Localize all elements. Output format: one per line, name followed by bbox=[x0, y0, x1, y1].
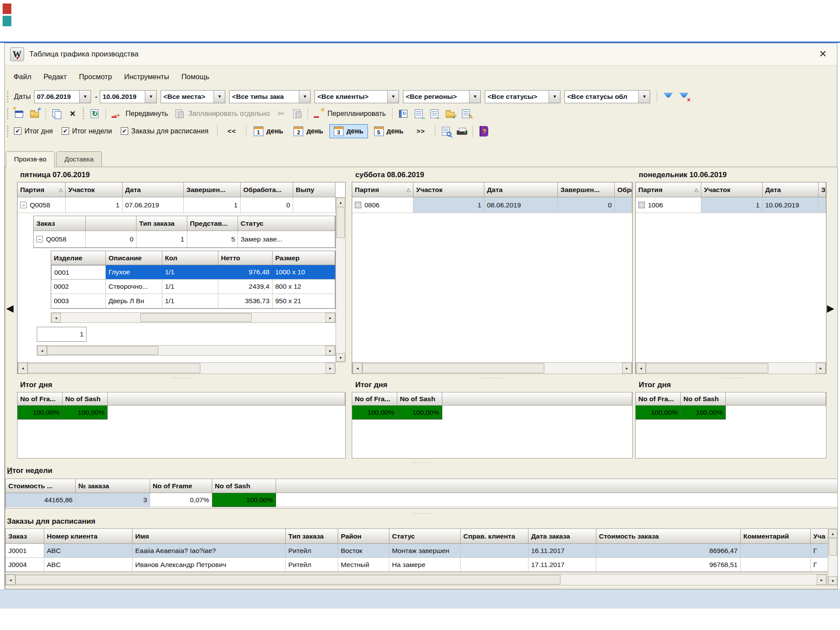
scroll-left-button[interactable]: ◂ bbox=[18, 363, 28, 374]
chevron-down-icon[interactable] bbox=[79, 91, 91, 103]
scroll-right-button[interactable]: ▸ bbox=[326, 313, 335, 322]
col-header-district[interactable]: Район bbox=[338, 529, 389, 543]
items-h-scrollbar[interactable]: ◂ ▸ bbox=[51, 312, 336, 323]
toolbar-grip[interactable] bbox=[83, 108, 84, 119]
splitter-handle[interactable]: ········ bbox=[412, 510, 433, 516]
chevron-down-icon[interactable] bbox=[549, 91, 560, 103]
col-header-sashes[interactable]: No of Sash bbox=[681, 392, 726, 405]
col-header-size[interactable]: Размер bbox=[273, 251, 335, 265]
week-total-checkbox-label[interactable]: Итог недели bbox=[72, 127, 112, 135]
col-header-comment[interactable]: Комментарий bbox=[741, 529, 811, 543]
copy-icon[interactable] bbox=[51, 108, 63, 119]
col-header-order-cost[interactable]: Стоимость заказа bbox=[596, 529, 741, 543]
col-header-order-type[interactable]: Тип заказа bbox=[286, 529, 338, 543]
view-2-day-button[interactable]: 2день bbox=[289, 124, 328, 138]
col-header-blank[interactable] bbox=[86, 216, 136, 231]
scroll-right-button[interactable]: ▸ bbox=[326, 346, 335, 355]
col-header-order-date[interactable]: Дата заказа bbox=[528, 529, 596, 543]
col-header-site[interactable]: Участок bbox=[413, 182, 484, 197]
col-header-batch[interactable]: Партия△ bbox=[18, 182, 66, 197]
edit-table-icon[interactable]: ✓ bbox=[445, 108, 456, 119]
col-header-net[interactable]: Нетто bbox=[218, 251, 273, 265]
splitter-handle[interactable]: ········ bbox=[412, 459, 433, 466]
col-header-order[interactable]: Заказ bbox=[34, 216, 86, 231]
statuses-filter-combo[interactable]: <Все статусы> bbox=[485, 90, 560, 103]
col-header-done[interactable]: З bbox=[819, 182, 826, 197]
col-header-output[interactable]: Выпу bbox=[293, 182, 336, 197]
chevron-down-icon[interactable] bbox=[299, 91, 310, 103]
order-types-filter-combo[interactable]: <Все типы зака bbox=[229, 90, 311, 103]
scroll-right-button[interactable]: ▸ bbox=[326, 363, 335, 374]
col-header-sashes[interactable]: No of Sash bbox=[63, 392, 108, 405]
scroll-down-button[interactable]: ▾ bbox=[336, 353, 345, 362]
col-header-done[interactable]: Завершен... bbox=[558, 182, 615, 197]
scroll-left-button[interactable]: ◂ bbox=[6, 574, 15, 585]
toolbar-grip[interactable] bbox=[7, 108, 9, 119]
close-button[interactable]: × bbox=[816, 47, 830, 61]
scrollbar-thumb[interactable] bbox=[15, 575, 560, 584]
scroll-right-button[interactable]: ▸ bbox=[817, 574, 826, 585]
view-1-day-button[interactable]: 1день bbox=[249, 124, 288, 138]
col-header-site[interactable]: Участок bbox=[66, 182, 122, 197]
replan-icon[interactable]: ✳ bbox=[313, 108, 325, 119]
orders-checkbox[interactable] bbox=[121, 127, 128, 135]
scrollbar-thumb[interactable] bbox=[336, 207, 345, 238]
order-row[interactable]: −Q0058 0 1 5 Замер заве... bbox=[34, 231, 335, 248]
import-icon[interactable]: ← bbox=[429, 108, 441, 119]
chevron-down-icon[interactable] bbox=[638, 91, 650, 103]
chevron-down-icon[interactable] bbox=[214, 91, 225, 103]
properties-icon[interactable]: ✎ bbox=[461, 108, 472, 119]
item-row[interactable]: 0002 Створочно... 1/1 2439,4 800 x 12 bbox=[51, 280, 335, 294]
scrollbar-thumb[interactable] bbox=[140, 313, 252, 322]
tab-production[interactable]: Произв-во bbox=[6, 151, 55, 168]
scroll-left-button[interactable]: ◂ bbox=[37, 346, 47, 355]
col-header-frames[interactable]: No of Frame bbox=[150, 479, 212, 493]
move-icon[interactable]: → bbox=[111, 108, 122, 119]
apply-filter-icon[interactable] bbox=[662, 91, 674, 102]
scrollbar-thumb[interactable] bbox=[829, 538, 837, 556]
orders-checkbox-label[interactable]: Заказы для расписания bbox=[131, 127, 208, 135]
next-period-button[interactable]: >> bbox=[412, 126, 430, 136]
regions-filter-combo[interactable]: <Все регионы> bbox=[403, 90, 481, 103]
col-header-client-number[interactable]: Номер клиента bbox=[44, 529, 133, 543]
item-row-selected[interactable]: 0001 Глухое 1/1 976,48 1000 x 10 bbox=[51, 265, 335, 280]
batch-row[interactable]: −Q0058 1 07.06.2019 1 0 bbox=[18, 197, 336, 213]
col-header-batch[interactable]: Партия△ bbox=[352, 182, 413, 197]
places-filter-combo[interactable]: <Все места> bbox=[161, 90, 225, 103]
date-to-combo[interactable]: 10.06.2019 bbox=[100, 90, 157, 103]
menu-edit[interactable]: Редакт bbox=[38, 70, 73, 84]
orders-h-scrollbar[interactable]: ◂ ▸ bbox=[5, 574, 827, 585]
scroll-panels-right-arrow[interactable]: ▶ bbox=[827, 303, 834, 314]
menu-help[interactable]: Помощь bbox=[175, 70, 216, 84]
orders-h-scrollbar[interactable]: ◂ ▸ bbox=[37, 345, 336, 356]
expand-box[interactable]: + bbox=[638, 202, 645, 208]
col-header-date[interactable]: Дата bbox=[763, 182, 819, 197]
col-header-order-id[interactable]: Заказ bbox=[6, 529, 44, 543]
open-batch-icon[interactable]: ↱ bbox=[29, 108, 41, 119]
col-header-status[interactable]: Статус bbox=[389, 529, 461, 543]
day-total-checkbox[interactable] bbox=[14, 127, 21, 135]
panel1-v-scrollbar[interactable]: ▴ ▾ bbox=[336, 197, 346, 362]
col-header-processed[interactable]: Обрабо bbox=[615, 182, 632, 197]
printer-icon[interactable] bbox=[456, 126, 468, 137]
expand-box[interactable]: + bbox=[355, 202, 361, 208]
delete-icon[interactable]: × bbox=[67, 108, 78, 119]
chevron-down-icon[interactable] bbox=[387, 91, 399, 103]
scroll-left-button[interactable]: ◂ bbox=[353, 363, 362, 374]
chevron-down-icon[interactable] bbox=[469, 91, 480, 103]
splitter-handle[interactable]: ········ bbox=[482, 374, 503, 381]
col-header-site[interactable]: Участок bbox=[701, 182, 763, 197]
batch-row[interactable]: +1006 1 10.06.2019 bbox=[636, 197, 826, 213]
order-row[interactable]: J0004 ABC Иванов Александр Петрович Рите… bbox=[6, 558, 838, 572]
menu-view[interactable]: Просмотр bbox=[73, 70, 118, 84]
col-header-frames[interactable]: No of Fra... bbox=[636, 392, 681, 405]
app-logo-icon[interactable]: W bbox=[10, 47, 24, 61]
menu-tools[interactable]: Инструменты bbox=[118, 70, 175, 84]
splitter-handle[interactable]: ········ bbox=[172, 374, 192, 381]
col-header-date[interactable]: Дата bbox=[484, 182, 558, 197]
export-icon[interactable]: → bbox=[413, 108, 425, 119]
col-header-sashes[interactable]: No of Sash bbox=[397, 392, 442, 405]
scrollbar-thumb[interactable] bbox=[28, 363, 200, 373]
col-header-status[interactable]: Статус bbox=[238, 216, 335, 231]
move-button[interactable]: Передвинуть bbox=[126, 110, 168, 118]
